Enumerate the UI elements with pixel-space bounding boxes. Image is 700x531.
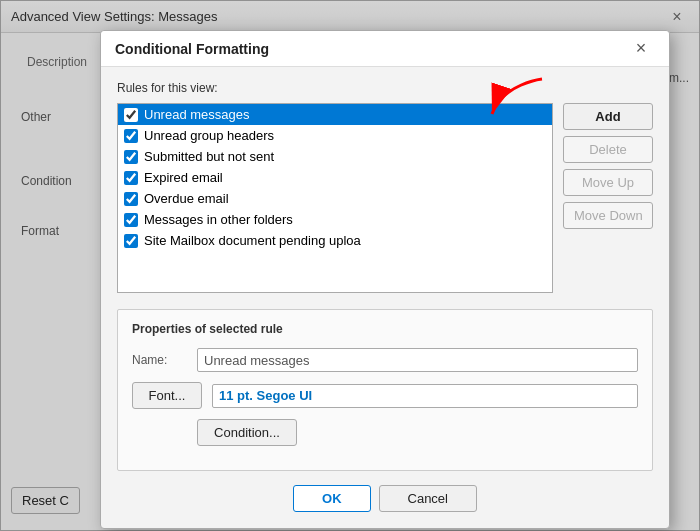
properties-title: Properties of selected rule bbox=[132, 322, 638, 336]
delete-button[interactable]: Delete bbox=[563, 136, 653, 163]
rules-list-container: Unread messagesUnread group headersSubmi… bbox=[117, 103, 553, 293]
rules-section-label: Rules for this view: bbox=[117, 81, 653, 95]
rule-item-1[interactable]: Unread group headers bbox=[118, 125, 552, 146]
rules-area: Unread messagesUnread group headersSubmi… bbox=[117, 103, 653, 293]
name-label: Name: bbox=[132, 353, 187, 367]
action-buttons: Add Delete Move Up Move Down bbox=[563, 103, 653, 293]
name-input[interactable] bbox=[197, 348, 638, 372]
move-up-button[interactable]: Move Up bbox=[563, 169, 653, 196]
cancel-button[interactable]: Cancel bbox=[379, 485, 477, 512]
rule-label-4: Overdue email bbox=[144, 191, 229, 206]
rule-item-2[interactable]: Submitted but not sent bbox=[118, 146, 552, 167]
rule-label-6: Site Mailbox document pending uploa bbox=[144, 233, 361, 248]
rule-checkbox-5[interactable] bbox=[124, 213, 138, 227]
rule-label-2: Submitted but not sent bbox=[144, 149, 274, 164]
rule-checkbox-4[interactable] bbox=[124, 192, 138, 206]
rule-label-5: Messages in other folders bbox=[144, 212, 293, 227]
rule-checkbox-6[interactable] bbox=[124, 234, 138, 248]
rule-label-3: Expired email bbox=[144, 170, 223, 185]
move-down-button[interactable]: Move Down bbox=[563, 202, 653, 229]
rule-item-5[interactable]: Messages in other folders bbox=[118, 209, 552, 230]
rule-item-6[interactable]: Site Mailbox document pending uploa bbox=[118, 230, 552, 251]
rule-label-1: Unread group headers bbox=[144, 128, 274, 143]
dialog-titlebar: Conditional Formatting × bbox=[101, 31, 669, 67]
font-row: Font... 11 pt. Segoe UI bbox=[132, 382, 638, 409]
condition-row: Condition... bbox=[132, 419, 638, 446]
rule-checkbox-2[interactable] bbox=[124, 150, 138, 164]
rule-label-0: Unread messages bbox=[144, 107, 250, 122]
rule-item-0[interactable]: Unread messages bbox=[118, 104, 552, 125]
add-button[interactable]: Add bbox=[563, 103, 653, 130]
conditional-formatting-dialog: Conditional Formatting × Rules for this … bbox=[100, 30, 670, 529]
properties-section: Properties of selected rule Name: Font..… bbox=[117, 309, 653, 471]
rule-checkbox-3[interactable] bbox=[124, 171, 138, 185]
condition-button[interactable]: Condition... bbox=[197, 419, 297, 446]
rule-item-3[interactable]: Expired email bbox=[118, 167, 552, 188]
name-row: Name: bbox=[132, 348, 638, 372]
ok-button[interactable]: OK bbox=[293, 485, 371, 512]
font-button[interactable]: Font... bbox=[132, 382, 202, 409]
dialog-body: Rules for this view: Unread messagesUnre… bbox=[101, 67, 669, 528]
dialog-close-button[interactable]: × bbox=[627, 35, 655, 63]
rules-list: Unread messagesUnread group headersSubmi… bbox=[118, 104, 552, 292]
rule-checkbox-0[interactable] bbox=[124, 108, 138, 122]
rule-item-4[interactable]: Overdue email bbox=[118, 188, 552, 209]
rule-checkbox-1[interactable] bbox=[124, 129, 138, 143]
dialog-title: Conditional Formatting bbox=[115, 41, 269, 57]
dialog-footer: OK Cancel bbox=[117, 485, 653, 512]
font-display: 11 pt. Segoe UI bbox=[212, 384, 638, 408]
